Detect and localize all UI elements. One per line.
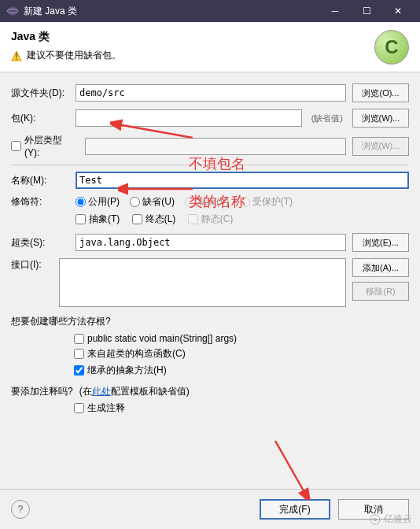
protected-radio	[240, 197, 250, 207]
window-title: 新建 Java 类	[24, 5, 319, 18]
maximize-button[interactable]: ☐	[351, 0, 382, 22]
src-folder-input[interactable]	[76, 84, 346, 102]
help-button[interactable]: ?	[11, 500, 30, 519]
modifiers-label: 修饰符:	[11, 195, 69, 209]
java-class-logo-icon: C	[374, 30, 409, 65]
warning-text: 建议不要使用缺省包。	[27, 49, 121, 62]
close-button[interactable]: ✕	[382, 0, 414, 22]
public-radio[interactable]	[76, 197, 86, 207]
static-checkbox	[188, 214, 198, 224]
generate-comments-checkbox[interactable]	[74, 403, 84, 413]
interfaces-list[interactable]	[59, 258, 346, 307]
svg-text:!: !	[15, 51, 17, 61]
abstract-checkbox[interactable]	[76, 214, 86, 224]
package-label: 包(K):	[11, 112, 69, 125]
configure-templates-link[interactable]: 此处	[92, 386, 111, 397]
interfaces-remove-button: 移除(R)	[352, 282, 409, 301]
superclass-label: 超类(S):	[11, 236, 69, 250]
superclass-browse-button[interactable]: 浏览(E)...	[352, 233, 409, 252]
stubs-question: 想要创建哪些方法存根?	[11, 315, 409, 328]
name-label: 名称(M):	[11, 174, 69, 187]
enclosing-type-label: 外层类型(Y):	[24, 134, 69, 158]
default-radio[interactable]	[130, 197, 140, 207]
dialog-footer: ? 完成(F) 取消	[0, 489, 420, 529]
private-radio	[185, 197, 195, 207]
src-folder-label: 源文件夹(D):	[11, 87, 69, 100]
form-content: 源文件夹(D): 浏览(O)... 包(K): (缺省值) 浏览(W)... 外…	[0, 72, 420, 427]
minimize-button[interactable]: ─	[319, 0, 351, 22]
svg-line-6	[275, 441, 305, 494]
main-method-checkbox[interactable]	[74, 334, 84, 344]
comments-question: 要添加注释吗?	[11, 385, 73, 398]
enclosing-type-checkbox[interactable]	[11, 141, 21, 151]
svg-point-0	[8, 6, 17, 16]
src-folder-browse-button[interactable]: 浏览(O)...	[352, 83, 409, 102]
enclosing-type-input	[85, 138, 346, 155]
inherited-abstract-checkbox[interactable]	[74, 365, 84, 375]
constructors-checkbox[interactable]	[74, 349, 84, 359]
eclipse-icon	[6, 5, 19, 17]
watermark-icon	[370, 514, 381, 525]
watermark: 亿速云	[370, 512, 412, 526]
dialog-title: Java 类	[11, 30, 409, 44]
package-browse-button[interactable]: 浏览(W)...	[352, 109, 409, 128]
dialog-header: Java 类 ! 建议不要使用缺省包。 C	[0, 22, 420, 72]
interfaces-label: 接口(I):	[11, 258, 53, 272]
svg-point-8	[374, 518, 377, 521]
final-checkbox[interactable]	[132, 214, 142, 224]
package-default-hint: (缺省值)	[311, 113, 343, 124]
enclosing-type-browse-button: 浏览(W)...	[352, 137, 409, 156]
interfaces-add-button[interactable]: 添加(A)...	[352, 258, 409, 277]
name-input[interactable]	[76, 172, 409, 189]
finish-button[interactable]: 完成(F)	[260, 499, 330, 520]
superclass-input[interactable]	[76, 234, 346, 251]
package-input[interactable]	[76, 109, 302, 127]
warning-icon: !	[11, 50, 22, 61]
title-bar: 新建 Java 类 ─ ☐ ✕	[0, 0, 420, 22]
